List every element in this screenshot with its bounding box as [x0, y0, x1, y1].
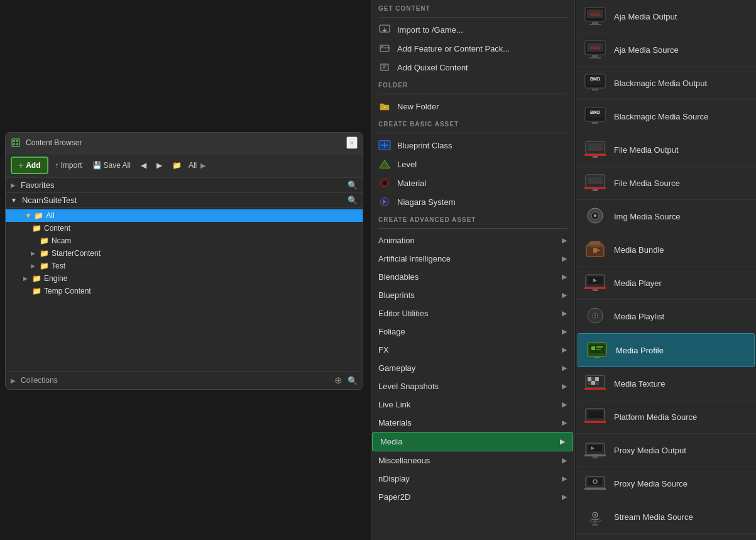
level-snapshots-item[interactable]: Level Snapshots ▶ [371, 377, 574, 395]
collections-add-button[interactable]: ⊕ [334, 375, 342, 386]
ncam-label: NcamSuiteTest [22, 196, 77, 205]
media-bundle-label: Media Bundle [614, 245, 664, 255]
svg-rect-69 [584, 388, 606, 390]
level-snapshots-label: Level Snapshots [378, 382, 439, 391]
media-item[interactable]: Media ▶ [372, 432, 573, 451]
proxy-media-source-item[interactable]: Proxy Media Source [576, 467, 756, 500]
media-playlist-item[interactable]: Media Playlist [576, 300, 756, 333]
svg-point-7 [381, 46, 383, 47]
animation-item[interactable]: Animation ▶ [371, 231, 574, 250]
tree-item-temp-content[interactable]: 📁 Temp Content [6, 285, 363, 297]
blueprints-item[interactable]: Blueprints ▶ [371, 286, 574, 304]
miscellaneous-label: Miscellaneous [378, 456, 430, 465]
add-feature-item[interactable]: Add Feature or Content Pack... [371, 39, 574, 58]
collections-search-button[interactable]: 🔍 [348, 375, 358, 386]
level-label: Level [397, 160, 417, 169]
media-player-label: Media Player [614, 278, 662, 288]
aja-media-output-label: Aja Media Output [614, 12, 677, 21]
ncam-search-button[interactable]: 🔍 [348, 196, 358, 205]
tree-item-test[interactable]: ▶ 📁 Test [6, 260, 363, 272]
folder-header: FOLDER [371, 77, 574, 91]
tree-item-content[interactable]: 📁 Content [6, 222, 363, 234]
fx-item[interactable]: FX ▶ [371, 341, 574, 359]
add-quixel-item[interactable]: Add Quixel Content [371, 58, 574, 77]
svg-text:AJA: AJA [590, 11, 600, 17]
proxy-media-output-icon [584, 439, 606, 461]
add-quixel-label: Add Quixel Content [397, 63, 468, 72]
gameplay-item[interactable]: Gameplay ▶ [371, 359, 574, 377]
img-media-source-icon [584, 205, 606, 228]
collections-label-text: Collections [21, 376, 58, 385]
aja-media-source-item[interactable]: AJA Aja Media Source [576, 33, 756, 67]
material-item[interactable]: Material [371, 174, 574, 192]
favorites-section: ▶ Favorites 🔍 [6, 178, 363, 193]
collections-label-group: ▶ Collections [11, 376, 58, 385]
svg-rect-80 [584, 488, 606, 490]
blueprint-class-item[interactable]: Blueprint Class [371, 136, 574, 155]
ndisplay-item[interactable]: nDisplay ▶ [371, 470, 574, 488]
favorites-expand-icon[interactable]: ▶ [11, 182, 16, 189]
content-browser-close-button[interactable]: × [346, 136, 358, 149]
tree-item-starter-content[interactable]: ▶ 📁 StarterContent [6, 247, 363, 260]
tree-item-all[interactable]: ▼ 📁 All [6, 209, 363, 222]
new-folder-icon: + [378, 101, 391, 111]
breadcrumb-arrow-icon: ▶ [200, 162, 205, 170]
import-icon [378, 25, 391, 35]
blendables-item[interactable]: Blendables ▶ [371, 268, 574, 286]
svg-rect-59 [596, 346, 603, 348]
file-media-source-label: File Media Source [614, 179, 680, 188]
save-all-button[interactable]: 💾 Save All [89, 159, 134, 172]
create-basic-section: CREATE BASIC ASSET Blueprint Class Level… [371, 116, 574, 211]
tree-item-engine[interactable]: ▶ 📁 Engine [6, 272, 363, 285]
engine-expand-icon: ▶ [23, 275, 30, 282]
level-item[interactable]: Level [371, 155, 574, 174]
media-texture-item[interactable]: Media Texture [576, 367, 756, 400]
favorites-search-button[interactable]: 🔍 [348, 180, 358, 190]
foliage-arrow-icon: ▶ [562, 328, 567, 336]
forward-button[interactable]: ▶ [153, 159, 165, 172]
proxy-media-output-item[interactable]: Proxy Media Output [576, 434, 756, 467]
img-media-source-item[interactable]: Img Media Source [576, 200, 756, 233]
ncam-expand-icon[interactable]: ▼ [11, 197, 17, 204]
create-advanced-divider [378, 228, 567, 229]
import-to-game-item[interactable]: Import to /Game... [371, 20, 574, 39]
blackmagic-media-output-item[interactable]: BMD Blackmagic Media Output [576, 67, 756, 100]
stream-media-source-item[interactable]: Stream Media Source [576, 500, 756, 534]
svg-rect-75 [584, 455, 606, 456]
ai-label: Artificial Intelligence [378, 254, 451, 263]
materials-item[interactable]: Materials ▶ [371, 414, 574, 432]
svg-rect-32 [592, 122, 598, 124]
all-folder-icon: ▼ 📁 [25, 211, 43, 220]
file-media-output-item[interactable]: File Media Output [576, 133, 756, 167]
media-profile-item[interactable]: Media Profile [578, 333, 755, 367]
blackmagic-media-source-item[interactable]: BMD Blackmagic Media Source [576, 100, 756, 133]
miscellaneous-item[interactable]: Miscellaneous ▶ [371, 451, 574, 470]
foliage-item[interactable]: Foliage ▶ [371, 322, 574, 341]
animation-arrow-icon: ▶ [562, 236, 567, 245]
content-browser-titlebar: Content Browser × [6, 133, 363, 153]
media-player-item[interactable]: Media Player [576, 267, 756, 300]
svg-text:BMD: BMD [590, 110, 600, 114]
media-bundle-item[interactable]: Media Bundle [576, 233, 756, 267]
platform-media-source-icon [584, 405, 606, 428]
svg-rect-67 [591, 381, 595, 385]
blueprint-icon [378, 140, 391, 150]
add-button[interactable]: + Add [11, 157, 48, 174]
editor-utilities-item[interactable]: Editor Utilities ▶ [371, 304, 574, 322]
platform-media-source-item[interactable]: Platform Media Source [576, 400, 756, 434]
import-button[interactable]: ↑ Import [52, 159, 85, 172]
live-link-item[interactable]: Live Link ▶ [371, 395, 574, 414]
new-folder-label: New Folder [397, 102, 439, 111]
back-button[interactable]: ◀ [138, 159, 150, 172]
aja-media-output-item[interactable]: AJA Aja Media Output [576, 0, 756, 33]
niagara-item[interactable]: Niagara System [371, 192, 574, 211]
new-folder-item[interactable]: + New Folder [371, 97, 574, 116]
tree-item-ncam[interactable]: 📁 Ncam [6, 234, 363, 247]
folder-button[interactable]: 📁 [169, 159, 185, 172]
svg-rect-68 [595, 381, 599, 385]
paper2d-item[interactable]: Paper2D ▶ [371, 488, 574, 506]
collections-section: ▶ Collections ⊕ 🔍 [6, 371, 363, 389]
file-media-source-item[interactable]: File Media Source [576, 167, 756, 200]
artificial-intelligence-item[interactable]: Artificial Intelligence ▶ [371, 250, 574, 268]
collections-expand-icon[interactable]: ▶ [11, 377, 16, 384]
